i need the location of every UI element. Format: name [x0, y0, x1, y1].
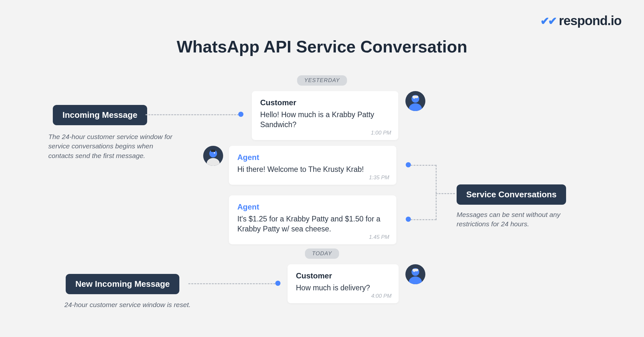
connector-dot	[406, 162, 411, 167]
avatar-agent	[203, 146, 223, 166]
message-body: It's $1.25 for a Krabby Patty and $1.50 …	[237, 214, 388, 234]
svg-rect-11	[412, 269, 418, 271]
connector-line	[411, 165, 436, 166]
connector-dot	[406, 217, 411, 222]
connector-line	[411, 219, 436, 220]
annotation-caption-new-incoming: 24-hour customer service window is reset…	[64, 300, 191, 309]
annotation-pill-service: Service Conversations	[457, 184, 566, 205]
message-body: Hi there! Welcome to The Krusty Krab!	[237, 164, 388, 174]
sender-label: Agent	[237, 202, 388, 211]
date-separator-yesterday: YESTERDAY	[297, 75, 347, 86]
brand-check-icon: ✔✔	[540, 14, 556, 27]
chat-bubble-customer-1: Customer Hello! How much is a Krabby Pat…	[252, 91, 398, 140]
svg-point-6	[214, 152, 215, 154]
avatar-customer	[405, 264, 425, 284]
page-title: WhatsApp API Service Conversation	[177, 37, 468, 56]
sender-label: Customer	[260, 98, 390, 107]
svg-rect-7	[211, 150, 215, 152]
connector-dot	[238, 112, 243, 117]
date-separator-today: TODAY	[305, 248, 339, 259]
chat-bubble-agent-1: Agent Hi there! Welcome to The Krusty Kr…	[229, 146, 396, 185]
brand-name: respond.io	[559, 14, 621, 28]
avatar-customer	[405, 91, 425, 111]
message-body: Hello! How much is a Krabby Patty Sandwi…	[260, 110, 390, 130]
annotation-pill-incoming: Incoming Message	[53, 105, 147, 125]
chat-bubble-customer-2: Customer How much is delivery? 4:00 PM	[288, 264, 399, 303]
sender-label: Agent	[237, 153, 388, 162]
annotation-caption-service: Messages can be sent without any restric…	[457, 210, 576, 229]
connector-line	[436, 193, 455, 194]
connector-line	[146, 114, 239, 115]
message-time: 4:00 PM	[371, 293, 392, 299]
brand-logo: ✔✔ respond.io	[540, 14, 621, 28]
connector-line	[188, 283, 275, 284]
svg-point-1	[409, 103, 422, 111]
message-time: 1:35 PM	[369, 174, 389, 181]
annotation-pill-new-incoming: New Incoming Message	[66, 274, 179, 294]
connector-dot	[275, 281, 280, 286]
chat-bubble-agent-2: Agent It's $1.25 for a Krabby Patty and …	[229, 195, 396, 244]
message-body: How much is delivery?	[296, 283, 390, 293]
connector-line	[436, 165, 437, 220]
svg-rect-3	[412, 96, 418, 98]
svg-point-9	[409, 276, 422, 284]
annotation-caption-incoming: The 24-hour customer service window for …	[48, 132, 177, 160]
sender-label: Customer	[296, 271, 390, 280]
message-time: 1.45 PM	[369, 234, 389, 240]
message-time: 1:00 PM	[371, 130, 391, 136]
svg-point-5	[207, 158, 220, 166]
